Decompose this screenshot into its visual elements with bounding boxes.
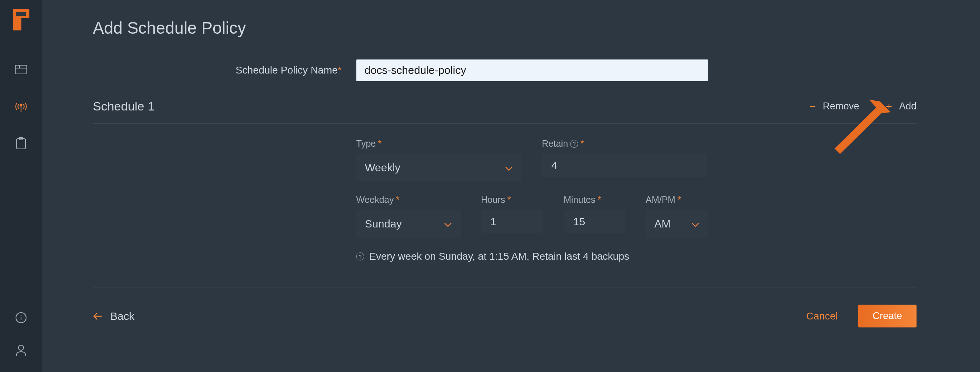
svg-point-8 bbox=[19, 345, 24, 350]
schedule-section-title: Schedule 1 bbox=[93, 99, 154, 113]
create-button[interactable]: Create bbox=[858, 305, 916, 328]
policy-name-label-text: Schedule Policy Name bbox=[235, 65, 338, 76]
sidebar bbox=[0, 0, 42, 372]
remove-schedule-button[interactable]: Remove bbox=[808, 100, 859, 112]
cancel-button[interactable]: Cancel bbox=[806, 310, 838, 322]
minutes-input-wrap bbox=[564, 210, 625, 233]
ampm-label-text: AM/PM bbox=[646, 195, 675, 205]
minutes-label-text: Minutes bbox=[564, 195, 595, 205]
required-asterisk: * bbox=[378, 138, 382, 149]
retain-label-text: Retain bbox=[542, 138, 568, 149]
required-asterisk: * bbox=[598, 195, 601, 205]
weekday-field: Weekday* Sunday bbox=[356, 195, 461, 237]
logo bbox=[11, 6, 31, 33]
minutes-input[interactable] bbox=[572, 215, 617, 228]
page-title: Add Schedule Policy bbox=[93, 18, 916, 38]
type-label: Type* bbox=[356, 138, 522, 149]
main-content: Add Schedule Policy Schedule Policy Name… bbox=[42, 0, 980, 372]
required-asterisk: * bbox=[508, 195, 511, 205]
hours-input[interactable] bbox=[490, 215, 535, 228]
broadcast-icon[interactable] bbox=[14, 99, 28, 114]
chevron-down-icon bbox=[505, 161, 513, 174]
clipboard-icon[interactable] bbox=[14, 136, 28, 151]
svg-rect-0 bbox=[15, 65, 27, 74]
info-icon[interactable] bbox=[14, 310, 28, 325]
schedule-summary: ? Every week on Sunday, at 1:15 AM, Reta… bbox=[356, 251, 916, 262]
retain-input-wrap bbox=[542, 154, 707, 177]
policy-name-label: Schedule Policy Name* bbox=[93, 65, 356, 76]
plus-icon bbox=[885, 100, 893, 112]
hours-field: Hours* bbox=[481, 195, 543, 237]
info-circle-icon: ? bbox=[356, 252, 364, 260]
minutes-field: Minutes* bbox=[564, 195, 625, 237]
retain-field: Retain ?* bbox=[542, 138, 707, 182]
svg-point-7 bbox=[21, 315, 22, 316]
back-button[interactable]: Back bbox=[93, 310, 135, 322]
remove-label: Remove bbox=[822, 101, 859, 112]
minutes-label: Minutes* bbox=[564, 195, 625, 205]
retain-input[interactable] bbox=[550, 159, 698, 172]
ampm-label: AM/PM* bbox=[646, 195, 708, 205]
user-icon[interactable] bbox=[14, 343, 28, 358]
hours-label: Hours* bbox=[481, 195, 543, 205]
ampm-value: AM bbox=[654, 218, 671, 230]
hours-input-wrap bbox=[481, 210, 543, 233]
svg-point-4 bbox=[20, 104, 22, 106]
minus-icon bbox=[808, 100, 817, 112]
help-icon[interactable]: ? bbox=[570, 140, 578, 148]
divider bbox=[93, 288, 916, 288]
policy-name-input[interactable] bbox=[356, 59, 708, 81]
chevron-down-icon bbox=[444, 218, 452, 230]
ampm-select[interactable]: AM bbox=[646, 210, 708, 237]
footer-row: Back Cancel Create bbox=[93, 305, 916, 328]
policy-name-row: Schedule Policy Name* bbox=[93, 59, 916, 81]
add-label: Add bbox=[899, 101, 916, 112]
weekday-label-text: Weekday bbox=[356, 195, 394, 205]
required-asterisk: * bbox=[338, 65, 342, 76]
type-field: Type* Weekly bbox=[356, 138, 522, 182]
chevron-down-icon bbox=[691, 218, 699, 230]
type-select[interactable]: Weekly bbox=[356, 154, 522, 182]
weekday-label: Weekday* bbox=[356, 195, 461, 205]
schedule-section-header: Schedule 1 Remove Add bbox=[93, 99, 916, 124]
schedule-fields: Type* Weekly Retain ?* bbox=[93, 138, 916, 262]
ampm-field: AM/PM* AM bbox=[646, 195, 708, 237]
hours-label-text: Hours bbox=[481, 195, 505, 205]
dashboard-icon[interactable] bbox=[14, 62, 28, 77]
summary-text: Every week on Sunday, at 1:15 AM, Retain… bbox=[369, 251, 629, 262]
retain-label: Retain ?* bbox=[542, 138, 707, 149]
type-value: Weekly bbox=[365, 161, 401, 174]
weekday-select[interactable]: Sunday bbox=[356, 210, 461, 237]
required-asterisk: * bbox=[678, 195, 681, 205]
weekday-value: Sunday bbox=[365, 218, 402, 230]
required-asterisk: * bbox=[396, 195, 400, 205]
back-label: Back bbox=[110, 310, 135, 322]
add-schedule-button[interactable]: Add bbox=[885, 100, 916, 112]
required-asterisk: * bbox=[580, 138, 584, 149]
type-label-text: Type bbox=[356, 138, 376, 149]
